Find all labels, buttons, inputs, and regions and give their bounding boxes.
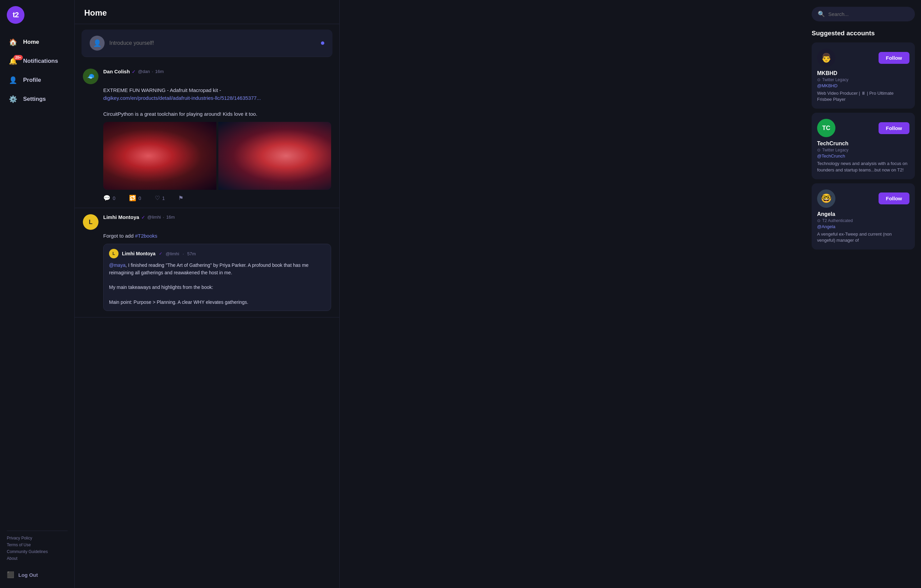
suggestion-mkbhd-top: 👨 Follow <box>817 49 910 67</box>
home-icon: 🏠 <box>8 37 18 47</box>
compose-input[interactable] <box>109 40 316 46</box>
suggestion-angela-name: Angela <box>817 211 910 217</box>
post-2-meta: Limhi Montoya ✓ @limhi · 16m <box>103 214 175 220</box>
suggestion-mkbhd-badge-text: Twitter Legacy <box>822 77 848 82</box>
post-2-avatar: L <box>83 214 98 230</box>
post-1-image-left <box>103 122 216 190</box>
post-2-dot: · <box>163 214 164 220</box>
post-1-repost-action[interactable]: 🔁 0 <box>129 195 141 201</box>
sidebar-item-home[interactable]: 🏠 Home <box>3 33 71 51</box>
quoted-verified-icon: ✓ <box>159 251 162 256</box>
suggestion-techcrunch-name: TechCrunch <box>817 141 910 147</box>
suggestion-mkbhd-bio: Web Video Producer | ⏸ | Pro Ultimate Fr… <box>817 90 910 102</box>
sidebar-item-settings-label: Settings <box>23 96 46 102</box>
sidebar-footer: Privacy Policy Terms of Use Community Gu… <box>0 536 74 582</box>
suggestion-mkbhd-avatar: 👨 <box>817 49 835 67</box>
suggestion-mkbhd-handle[interactable]: @MKBHD <box>817 83 910 88</box>
post-2-verified-icon: ✓ <box>141 214 145 220</box>
logout-button[interactable]: ⬛ Log Out <box>7 568 68 582</box>
suggestion-mkbhd: 👨 Follow MKBHD ⊙ Twitter Legacy @MKBHD W… <box>812 42 915 109</box>
post-1-link[interactable]: digikey.com/en/products/detail/adafruit-… <box>103 95 261 101</box>
post-1-meta: Dan Colish ✓ @dan · 16m <box>103 68 164 74</box>
sidebar-nav: 🏠 Home 🔔 20+ Notifications 👤 Profile ⚙️ … <box>0 33 74 526</box>
post-2-header: L Limhi Montoya ✓ @limhi · 16m <box>83 214 331 230</box>
sidebar-item-notifications[interactable]: 🔔 20+ Notifications <box>3 52 71 70</box>
quoted-author-name: Limhi Montoya <box>122 251 156 256</box>
post-1-handle: @dan <box>138 69 150 74</box>
post-1-text: EXTREME FUN WARNING - Adafruit Macropad … <box>103 86 331 118</box>
search-input[interactable] <box>828 11 909 17</box>
post-2-handle: @limhi <box>147 214 161 220</box>
post-1-verified-icon: ✓ <box>132 69 136 74</box>
badge-icon-angela: ⊙ <box>817 218 820 223</box>
post-1-avatar: 🧢 <box>83 68 98 84</box>
suggested-accounts-title: Suggested accounts <box>812 29 915 37</box>
repost-icon: 🔁 <box>129 195 136 201</box>
suggestion-angela-badge: ⊙ T2 Authenticated <box>817 218 910 223</box>
quoted-mention[interactable]: @maya <box>109 262 125 268</box>
suggestion-angela-badge-text: T2 Authenticated <box>822 218 853 223</box>
post-1-image-right <box>218 122 332 190</box>
post-1-images <box>103 122 331 190</box>
sidebar-item-profile-label: Profile <box>23 77 41 83</box>
post-2-hashtag[interactable]: #T2books <box>135 233 157 239</box>
compose-box: 👤 <box>81 29 332 57</box>
suggestion-angela-bio: A vengeful ex-Tweep and current (non ven… <box>817 231 910 244</box>
quoted-time: 57m <box>187 251 195 256</box>
post-2-author-name: Limhi Montoya <box>103 214 139 220</box>
quoted-handle: @limhi <box>166 251 179 256</box>
post-1-repost-count: 0 <box>138 195 141 201</box>
suggestion-angela-avatar: 🤓 <box>817 189 835 208</box>
logout-label: Log Out <box>18 572 38 578</box>
post-1-comment-count: 0 <box>113 195 116 201</box>
follow-angela-button[interactable]: Follow <box>879 192 910 205</box>
post-1-header: 🧢 Dan Colish ✓ @dan · 16m <box>83 68 331 84</box>
terms-of-use-link[interactable]: Terms of Use <box>7 543 68 547</box>
suggestion-techcrunch-badge: ⊙ Twitter Legacy <box>817 148 910 153</box>
post-1-time: 16m <box>155 69 164 74</box>
badge-icon-tc: ⊙ <box>817 148 820 153</box>
comment-icon: 💬 <box>103 195 111 201</box>
sidebar-item-profile[interactable]: 👤 Profile <box>3 71 71 89</box>
suggestion-techcrunch-avatar: TC <box>817 119 835 137</box>
settings-icon: ⚙️ <box>8 94 18 104</box>
post-1-like-action[interactable]: ♡ 1 <box>155 195 165 201</box>
post-1-author-row: Dan Colish ✓ @dan · 16m <box>103 68 164 74</box>
post-1-dot: · <box>152 69 153 74</box>
post-1-flag-action[interactable]: ⚑ <box>178 195 183 201</box>
suggestion-techcrunch-handle[interactable]: @TechCrunch <box>817 153 910 159</box>
suggestion-techcrunch: TC Follow TechCrunch ⊙ Twitter Legacy @T… <box>812 113 915 179</box>
follow-mkbhd-button[interactable]: Follow <box>879 52 910 64</box>
post-2-time: 16m <box>166 214 174 220</box>
follow-techcrunch-button[interactable]: Follow <box>879 122 910 134</box>
logout-icon: ⬛ <box>7 571 14 578</box>
quoted-avatar: L <box>109 249 119 258</box>
quoted-post: L Limhi Montoya ✓ @limhi · 57m @maya, I … <box>103 244 331 311</box>
quoted-text: @maya, I finished reading "The Art of Ga… <box>109 262 325 306</box>
suggestion-mkbhd-badge: ⊙ Twitter Legacy <box>817 77 910 82</box>
right-panel: 🔍 Suggested accounts 👨 Follow MKBHD ⊙ Tw… <box>805 0 921 588</box>
suggestion-angela-handle[interactable]: @Angela <box>817 224 910 229</box>
post-2-author-row: Limhi Montoya ✓ @limhi · 16m <box>103 214 175 220</box>
suggestion-mkbhd-name: MKBHD <box>817 70 910 76</box>
post-1-body: EXTREME FUN WARNING - Adafruit Macropad … <box>103 86 331 201</box>
heart-icon: ♡ <box>155 195 160 201</box>
search-icon: 🔍 <box>818 11 825 18</box>
post-2: L Limhi Montoya ✓ @limhi · 16m Forgot to… <box>75 208 339 317</box>
app-logo[interactable]: t2 <box>7 6 24 24</box>
community-guidelines-link[interactable]: Community Guidelines <box>7 549 68 554</box>
post-1-comment-action[interactable]: 💬 0 <box>103 195 116 201</box>
privacy-policy-link[interactable]: Privacy Policy <box>7 536 68 541</box>
compose-avatar: 👤 <box>89 36 104 50</box>
sidebar-item-settings[interactable]: ⚙️ Settings <box>3 90 71 108</box>
suggestion-techcrunch-bio: Technology news and analysis with a focu… <box>817 161 910 173</box>
main-feed: Home 👤 🧢 Dan Colish ✓ @dan · 16m EXTREME… <box>75 0 340 588</box>
search-bar: 🔍 <box>812 7 915 21</box>
flag-icon: ⚑ <box>178 195 183 201</box>
profile-icon: 👤 <box>8 75 18 85</box>
suggestion-angela: 🤓 Follow Angela ⊙ T2 Authenticated @Ange… <box>812 184 915 250</box>
sidebar-item-home-label: Home <box>23 39 39 45</box>
quoted-post-header: L Limhi Montoya ✓ @limhi · 57m <box>109 249 325 258</box>
about-link[interactable]: About <box>7 556 68 561</box>
quoted-dot: · <box>183 251 184 256</box>
